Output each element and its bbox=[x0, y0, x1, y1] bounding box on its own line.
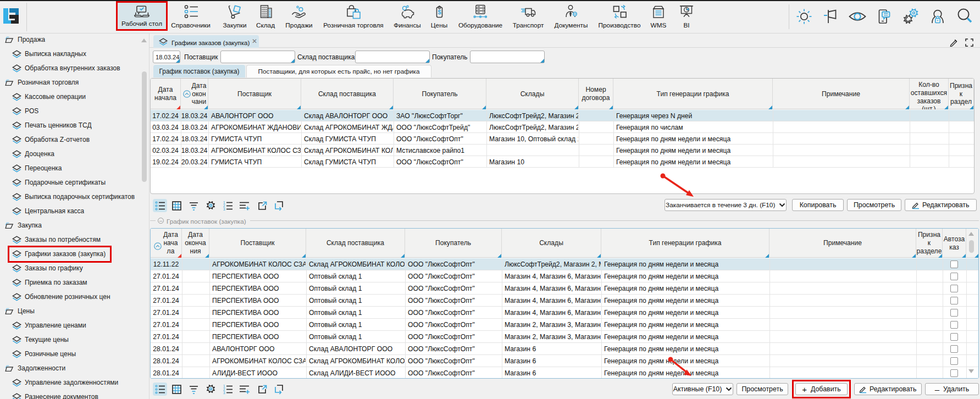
svg-text:3: 3 bbox=[223, 391, 225, 395]
svg-text:$: $ bbox=[438, 9, 441, 15]
svg-text:3: 3 bbox=[223, 207, 225, 211]
